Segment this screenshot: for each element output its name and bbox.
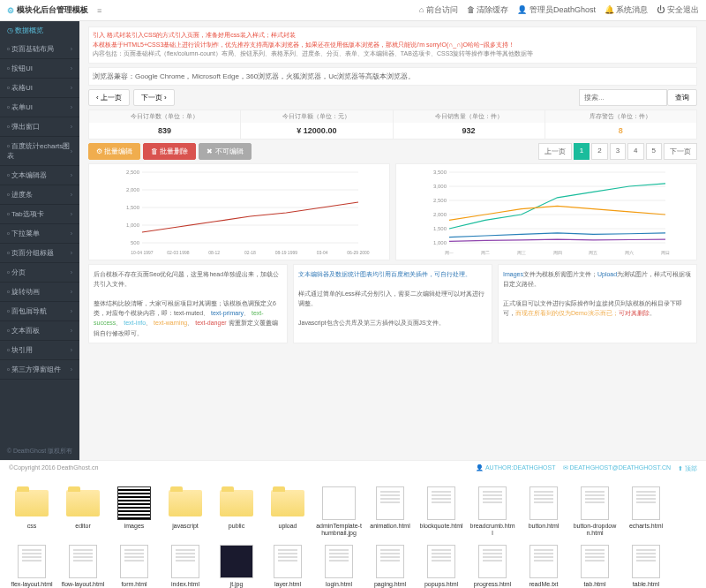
pager-next[interactable]: 下一页 bbox=[664, 143, 697, 160]
chevron-right-icon: › bbox=[71, 124, 72, 130]
search-input[interactable] bbox=[579, 89, 667, 106]
svg-text:02-03 1998: 02-03 1998 bbox=[167, 250, 190, 255]
nav-clear[interactable]: 🗑 清除缓存 bbox=[467, 4, 509, 16]
sidebar-item-6[interactable]: ▫ 文本编辑器› bbox=[0, 166, 79, 185]
file-login.html[interactable]: login.html bbox=[316, 544, 362, 588]
sidebar-item-2[interactable]: ▫ 表格UI› bbox=[0, 79, 79, 98]
sidebar-item-8[interactable]: ▫ Tab选项卡› bbox=[0, 205, 79, 224]
file-editor[interactable]: editor bbox=[60, 486, 106, 539]
brand: ⚙模块化后台管理模板 bbox=[7, 4, 88, 16]
notice-l3: 内容包括：页面基础样式（flex/column-count）布局、按钮系列、表格… bbox=[93, 49, 693, 59]
nav-msg[interactable]: 🔔 系统消息 bbox=[605, 4, 649, 16]
chevron-right-icon: › bbox=[71, 211, 72, 217]
chevron-right-icon: › bbox=[71, 366, 72, 373]
pager-3[interactable]: 3 bbox=[610, 143, 626, 160]
file-readMe.txt[interactable]: readMe.txt bbox=[521, 544, 567, 588]
file-public[interactable]: public bbox=[214, 486, 259, 539]
svg-text:06-29 2000: 06-29 2000 bbox=[347, 250, 370, 255]
svg-text:1,000: 1,000 bbox=[126, 222, 140, 228]
sidebar-item-16[interactable]: ▫ 第三方弹窗组件› bbox=[0, 360, 79, 380]
file-button.html[interactable]: button.html bbox=[521, 486, 567, 539]
pager-2[interactable]: 2 bbox=[591, 143, 607, 160]
sidebar-item-0[interactable]: ▫ 页面基础布局› bbox=[0, 40, 79, 59]
stat-3: 库存警告（单位：件）8 bbox=[545, 110, 696, 139]
svg-text:周四: 周四 bbox=[553, 250, 562, 255]
footer-author[interactable]: 👤 AUTHOR:DEATHGHOST bbox=[476, 464, 555, 473]
desc-col-3: Images文件为模板所需图片文件；Upload为测试图片，样式可根据项目定义路… bbox=[498, 264, 697, 343]
nav-admin[interactable]: 👤 管理员DeathGhost bbox=[517, 4, 596, 16]
pager-1[interactable]: 1 bbox=[574, 143, 590, 160]
no-edit-button[interactable]: ✖ 不可编辑 bbox=[199, 143, 251, 160]
file-adminTemplate-thumbnail.jpg[interactable]: adminTemplate-thumbnail.jpg bbox=[316, 486, 362, 539]
file-index.html[interactable]: index.html bbox=[162, 544, 208, 588]
svg-text:周二: 周二 bbox=[481, 250, 490, 255]
file-form.html[interactable]: form.html bbox=[111, 544, 157, 588]
sidebar-item-13[interactable]: ▫ 面包屑导航› bbox=[0, 302, 79, 321]
chevron-right-icon: › bbox=[71, 65, 72, 72]
search-button[interactable]: 查询 bbox=[667, 89, 697, 106]
batch-edit-button[interactable]: ⚙ 批量编辑 bbox=[88, 143, 140, 160]
gear-icon: ⚙ bbox=[7, 6, 14, 15]
file-button-dropdown.html[interactable]: button-dropdown.html bbox=[572, 486, 618, 539]
file-echarts.html[interactable]: echarts.html bbox=[623, 486, 669, 539]
sidebar-item-3[interactable]: ▫ 表单UI› bbox=[0, 98, 79, 117]
sidebar-item-14[interactable]: ▫ 文本面板› bbox=[0, 321, 79, 341]
sidebar-item-5[interactable]: ▫ 百度统计echarts图表› bbox=[0, 137, 79, 166]
menu-toggle-icon[interactable]: ≡ bbox=[97, 6, 101, 15]
file-images[interactable]: images bbox=[111, 486, 157, 539]
desc-col-1: 后台模板不存在页面Seo优化问题，这里将head单独提出来，加载公共引入文件。 … bbox=[88, 264, 288, 343]
chevron-right-icon: › bbox=[71, 104, 72, 110]
nav-exit[interactable]: ⏻ 安全退出 bbox=[657, 4, 699, 16]
sidebar-item-7[interactable]: ▫ 进度条› bbox=[0, 185, 79, 205]
file-animation.html[interactable]: animation.html bbox=[367, 486, 413, 539]
sidebar-item-15[interactable]: ▫ 块引用› bbox=[0, 341, 79, 360]
file-layer.html[interactable]: layer.html bbox=[265, 544, 311, 588]
sidebar-item-1[interactable]: ▫ 按钮UI› bbox=[0, 59, 79, 79]
svg-text:周三: 周三 bbox=[517, 250, 526, 255]
file-flex-layout.html[interactable]: flex-layout.html bbox=[9, 544, 55, 588]
notice-box: 引入 格式封装引入CSS的方式引入页面，准备好用css装入样式；样式封装 本模板… bbox=[88, 26, 697, 64]
file-explorer: csseditorimagesjavascriptpublicuploadadm… bbox=[0, 477, 706, 588]
svg-text:周一: 周一 bbox=[445, 250, 454, 255]
chevron-right-icon: › bbox=[71, 85, 72, 91]
svg-text:周日: 周日 bbox=[661, 250, 670, 255]
svg-text:2,500: 2,500 bbox=[126, 170, 140, 175]
file-tab.html[interactable]: tab.html bbox=[572, 544, 618, 588]
chevron-right-icon: › bbox=[71, 328, 72, 334]
pager-5[interactable]: 5 bbox=[646, 143, 662, 160]
sidebar-item-11[interactable]: ▫ 分页› bbox=[0, 263, 79, 283]
svg-text:周五: 周五 bbox=[589, 250, 597, 255]
chevron-right-icon: › bbox=[71, 289, 72, 295]
file-jt.jpg[interactable]: jt.jpg bbox=[214, 544, 259, 588]
file-flow-layout.html[interactable]: flow-layout.html bbox=[60, 544, 106, 588]
file-breadcrumb.html[interactable]: breadcrumb.html bbox=[469, 486, 515, 539]
file-popups.html[interactable]: popups.html bbox=[418, 544, 464, 588]
pager: 上一页12345下一页 bbox=[538, 143, 697, 160]
sidebar-item-9[interactable]: ▫ 下拉菜单› bbox=[0, 224, 79, 244]
sidebar-item-12[interactable]: ▫ 旋转动画› bbox=[0, 283, 79, 302]
svg-text:08-19 1999: 08-19 1999 bbox=[275, 250, 298, 255]
file-css[interactable]: css bbox=[9, 486, 55, 539]
file-upload[interactable]: upload bbox=[265, 486, 311, 539]
svg-text:10-04 1997: 10-04 1997 bbox=[131, 250, 154, 255]
file-blockquote.html[interactable]: blockquote.html bbox=[418, 486, 464, 539]
pager-prev[interactable]: 上一页 bbox=[538, 143, 572, 160]
svg-text:2,000: 2,000 bbox=[126, 187, 140, 192]
next-page-button[interactable]: 下一页 › bbox=[133, 89, 175, 106]
sidebar-item-4[interactable]: ▫ 弹出窗口› bbox=[0, 117, 79, 137]
batch-delete-button[interactable]: 🗑 批量删除 bbox=[143, 143, 196, 160]
file-progress.html[interactable]: progress.html bbox=[469, 544, 515, 588]
footer-top[interactable]: ⬆ 顶部 bbox=[678, 464, 697, 473]
prev-page-button[interactable]: ‹ 上一页 bbox=[88, 89, 130, 106]
file-paging.html[interactable]: paging.html bbox=[367, 544, 413, 588]
pager-4[interactable]: 4 bbox=[627, 143, 643, 160]
footer-mail[interactable]: ✉ DEATHGHOST@DEATHGHOST.CN bbox=[563, 464, 672, 473]
nav-visit[interactable]: ⌂ 前台访问 bbox=[419, 4, 458, 16]
chevron-right-icon: › bbox=[71, 308, 72, 314]
svg-text:08-12: 08-12 bbox=[208, 250, 220, 255]
file-table.html[interactable]: table.html bbox=[623, 544, 669, 588]
topbar: ⚙模块化后台管理模板 ≡ ⌂ 前台访问 🗑 清除缓存 👤 管理员DeathGho… bbox=[0, 0, 706, 21]
sidebar-item-10[interactable]: ▫ 页面分组标题› bbox=[0, 244, 79, 263]
svg-text:1,500: 1,500 bbox=[126, 205, 140, 210]
file-javascript[interactable]: javascript bbox=[162, 486, 208, 539]
